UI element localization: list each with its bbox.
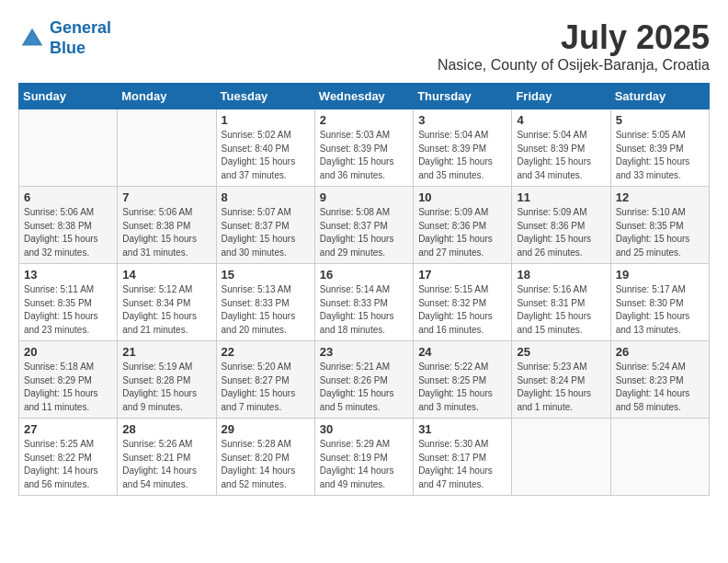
day-info: Sunrise: 5:24 AMSunset: 8:23 PMDaylight:… [616,361,704,414]
day-info: Sunrise: 5:09 AMSunset: 8:36 PMDaylight:… [418,206,506,259]
weekday-header: Saturday [610,84,709,109]
day-number: 31 [418,422,506,436]
logo-icon [18,25,46,52]
day-number: 30 [320,422,408,436]
day-number: 9 [320,190,408,204]
weekday-header: Sunday [19,84,118,109]
day-info: Sunrise: 5:03 AMSunset: 8:39 PMDaylight:… [320,129,408,182]
day-info: Sunrise: 5:30 AMSunset: 8:17 PMDaylight:… [418,438,506,491]
calendar-cell: 24Sunrise: 5:22 AMSunset: 8:25 PMDayligh… [414,341,512,419]
day-number: 2 [320,113,408,127]
calendar-table: SundayMondayTuesdayWednesdayThursdayFrid… [18,83,710,496]
calendar-cell [610,419,709,496]
calendar-cell: 29Sunrise: 5:28 AMSunset: 8:20 PMDayligh… [216,419,314,496]
day-number: 13 [24,268,112,282]
day-info: Sunrise: 5:26 AMSunset: 8:21 PMDaylight:… [122,438,210,491]
day-info: Sunrise: 5:18 AMSunset: 8:29 PMDaylight:… [24,361,112,414]
calendar-cell: 16Sunrise: 5:14 AMSunset: 8:33 PMDayligh… [314,264,413,341]
weekday-header: Tuesday [216,84,314,109]
calendar-cell: 5Sunrise: 5:05 AMSunset: 8:39 PMDaylight… [610,109,709,187]
day-info: Sunrise: 5:02 AMSunset: 8:40 PMDaylight:… [222,129,310,182]
day-info: Sunrise: 5:21 AMSunset: 8:26 PMDaylight:… [320,361,408,414]
weekday-header: Wednesday [314,84,413,109]
calendar-cell: 28Sunrise: 5:26 AMSunset: 8:21 PMDayligh… [118,419,216,496]
calendar-week-row: 1Sunrise: 5:02 AMSunset: 8:40 PMDaylight… [19,109,710,187]
calendar-cell: 17Sunrise: 5:15 AMSunset: 8:32 PMDayligh… [414,264,512,341]
day-info: Sunrise: 5:25 AMSunset: 8:22 PMDaylight:… [24,438,112,491]
calendar-week-row: 6Sunrise: 5:06 AMSunset: 8:38 PMDaylight… [19,187,710,264]
day-number: 18 [517,268,605,282]
calendar-cell: 12Sunrise: 5:10 AMSunset: 8:35 PMDayligh… [610,187,709,264]
day-number: 12 [616,190,704,204]
day-info: Sunrise: 5:12 AMSunset: 8:34 PMDaylight:… [122,283,210,337]
calendar-cell: 13Sunrise: 5:11 AMSunset: 8:35 PMDayligh… [19,264,118,341]
day-info: Sunrise: 5:19 AMSunset: 8:28 PMDaylight:… [122,361,210,414]
calendar-week-row: 20Sunrise: 5:18 AMSunset: 8:29 PMDayligh… [19,341,710,419]
day-number: 28 [122,422,210,436]
calendar-cell [19,109,118,187]
day-info: Sunrise: 5:06 AMSunset: 8:38 PMDaylight:… [24,206,112,259]
day-number: 23 [320,345,408,359]
day-info: Sunrise: 5:20 AMSunset: 8:27 PMDaylight:… [222,361,310,414]
calendar-cell: 2Sunrise: 5:03 AMSunset: 8:39 PMDaylight… [314,109,413,187]
calendar-cell: 23Sunrise: 5:21 AMSunset: 8:26 PMDayligh… [314,341,413,419]
calendar-cell: 9Sunrise: 5:08 AMSunset: 8:37 PMDaylight… [314,187,413,264]
month-year-title: July 2025 [438,18,710,57]
title-section: July 2025 Nasice, County of Osijek-Baran… [438,18,710,74]
calendar-cell: 4Sunrise: 5:04 AMSunset: 8:39 PMDaylight… [512,109,610,187]
day-number: 19 [616,268,704,282]
day-info: Sunrise: 5:04 AMSunset: 8:39 PMDaylight:… [418,129,506,182]
calendar-cell: 27Sunrise: 5:25 AMSunset: 8:22 PMDayligh… [19,419,118,496]
weekday-header: Monday [118,84,216,109]
logo: General Blue [18,18,111,58]
day-info: Sunrise: 5:11 AMSunset: 8:35 PMDaylight:… [24,283,112,337]
calendar-cell: 8Sunrise: 5:07 AMSunset: 8:37 PMDaylight… [216,187,314,264]
calendar-cell: 26Sunrise: 5:24 AMSunset: 8:23 PMDayligh… [610,341,709,419]
calendar-cell [512,419,610,496]
calendar-cell: 14Sunrise: 5:12 AMSunset: 8:34 PMDayligh… [118,264,216,341]
calendar-cell: 15Sunrise: 5:13 AMSunset: 8:33 PMDayligh… [216,264,314,341]
day-number: 4 [517,113,605,127]
day-info: Sunrise: 5:04 AMSunset: 8:39 PMDaylight:… [517,129,605,182]
calendar-cell: 21Sunrise: 5:19 AMSunset: 8:28 PMDayligh… [118,341,216,419]
day-number: 5 [616,113,704,127]
day-info: Sunrise: 5:15 AMSunset: 8:32 PMDaylight:… [418,283,506,337]
day-number: 25 [517,345,605,359]
day-number: 20 [24,345,112,359]
day-number: 24 [418,345,506,359]
calendar-cell: 19Sunrise: 5:17 AMSunset: 8:30 PMDayligh… [610,264,709,341]
day-info: Sunrise: 5:28 AMSunset: 8:20 PMDaylight:… [222,438,310,491]
calendar-week-row: 13Sunrise: 5:11 AMSunset: 8:35 PMDayligh… [19,264,710,341]
weekday-header-row: SundayMondayTuesdayWednesdayThursdayFrid… [19,84,710,109]
day-number: 29 [222,422,310,436]
day-number: 10 [418,190,506,204]
weekday-header: Friday [512,84,610,109]
day-info: Sunrise: 5:09 AMSunset: 8:36 PMDaylight:… [517,206,605,259]
day-number: 16 [320,268,408,282]
day-number: 26 [616,345,704,359]
day-number: 7 [122,190,210,204]
day-info: Sunrise: 5:05 AMSunset: 8:39 PMDaylight:… [616,129,704,182]
calendar-cell: 6Sunrise: 5:06 AMSunset: 8:38 PMDaylight… [19,187,118,264]
day-number: 15 [222,268,310,282]
day-info: Sunrise: 5:10 AMSunset: 8:35 PMDaylight:… [616,206,704,259]
day-info: Sunrise: 5:23 AMSunset: 8:24 PMDaylight:… [517,361,605,414]
day-number: 27 [24,422,112,436]
logo-text: General Blue [50,18,111,58]
day-info: Sunrise: 5:06 AMSunset: 8:38 PMDaylight:… [122,206,210,259]
calendar-cell: 25Sunrise: 5:23 AMSunset: 8:24 PMDayligh… [512,341,610,419]
day-number: 17 [418,268,506,282]
calendar-week-row: 27Sunrise: 5:25 AMSunset: 8:22 PMDayligh… [19,419,710,496]
calendar-cell: 1Sunrise: 5:02 AMSunset: 8:40 PMDaylight… [216,109,314,187]
calendar-cell: 30Sunrise: 5:29 AMSunset: 8:19 PMDayligh… [314,419,413,496]
day-number: 22 [222,345,310,359]
day-number: 6 [24,190,112,204]
day-number: 21 [122,345,210,359]
weekday-header: Thursday [414,84,512,109]
calendar-cell: 22Sunrise: 5:20 AMSunset: 8:27 PMDayligh… [216,341,314,419]
calendar-cell: 20Sunrise: 5:18 AMSunset: 8:29 PMDayligh… [19,341,118,419]
calendar-cell: 31Sunrise: 5:30 AMSunset: 8:17 PMDayligh… [414,419,512,496]
day-info: Sunrise: 5:13 AMSunset: 8:33 PMDaylight:… [222,283,310,337]
calendar-cell: 11Sunrise: 5:09 AMSunset: 8:36 PMDayligh… [512,187,610,264]
day-info: Sunrise: 5:14 AMSunset: 8:33 PMDaylight:… [320,283,408,337]
